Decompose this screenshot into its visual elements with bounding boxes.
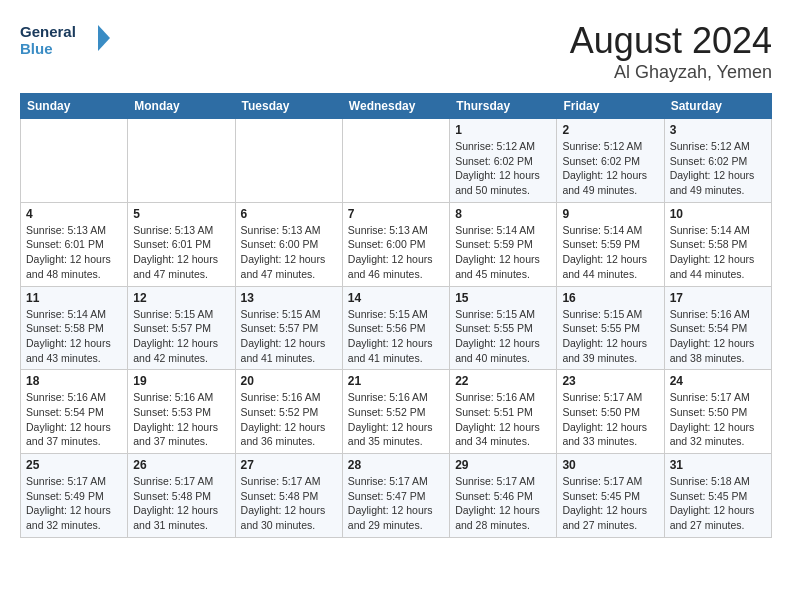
weekday-header-cell: Sunday [21,94,128,119]
day-number: 18 [26,374,122,388]
day-info: Sunrise: 5:14 AM Sunset: 5:58 PM Dayligh… [26,307,122,366]
day-number: 27 [241,458,337,472]
svg-text:General: General [20,23,76,40]
calendar-cell [235,119,342,203]
day-info: Sunrise: 5:12 AM Sunset: 6:02 PM Dayligh… [670,139,766,198]
calendar-cell: 20Sunrise: 5:16 AM Sunset: 5:52 PM Dayli… [235,370,342,454]
day-info: Sunrise: 5:17 AM Sunset: 5:48 PM Dayligh… [241,474,337,533]
calendar-cell: 14Sunrise: 5:15 AM Sunset: 5:56 PM Dayli… [342,286,449,370]
day-number: 14 [348,291,444,305]
calendar-week-row: 11Sunrise: 5:14 AM Sunset: 5:58 PM Dayli… [21,286,772,370]
calendar-cell: 5Sunrise: 5:13 AM Sunset: 6:01 PM Daylig… [128,202,235,286]
day-info: Sunrise: 5:15 AM Sunset: 5:56 PM Dayligh… [348,307,444,366]
day-info: Sunrise: 5:14 AM Sunset: 5:59 PM Dayligh… [455,223,551,282]
calendar-cell [342,119,449,203]
logo: General Blue [20,20,120,60]
calendar-cell: 11Sunrise: 5:14 AM Sunset: 5:58 PM Dayli… [21,286,128,370]
day-number: 29 [455,458,551,472]
calendar-week-row: 18Sunrise: 5:16 AM Sunset: 5:54 PM Dayli… [21,370,772,454]
calendar-week-row: 1Sunrise: 5:12 AM Sunset: 6:02 PM Daylig… [21,119,772,203]
day-info: Sunrise: 5:14 AM Sunset: 5:58 PM Dayligh… [670,223,766,282]
day-number: 15 [455,291,551,305]
day-number: 28 [348,458,444,472]
day-number: 22 [455,374,551,388]
svg-marker-2 [98,25,110,51]
title-block: August 2024 Al Ghayzah, Yemen [570,20,772,83]
calendar-cell: 24Sunrise: 5:17 AM Sunset: 5:50 PM Dayli… [664,370,771,454]
day-number: 2 [562,123,658,137]
day-number: 17 [670,291,766,305]
day-number: 8 [455,207,551,221]
weekday-header-cell: Tuesday [235,94,342,119]
day-info: Sunrise: 5:14 AM Sunset: 5:59 PM Dayligh… [562,223,658,282]
day-info: Sunrise: 5:17 AM Sunset: 5:50 PM Dayligh… [670,390,766,449]
calendar-cell: 3Sunrise: 5:12 AM Sunset: 6:02 PM Daylig… [664,119,771,203]
day-info: Sunrise: 5:16 AM Sunset: 5:52 PM Dayligh… [348,390,444,449]
day-number: 9 [562,207,658,221]
day-number: 12 [133,291,229,305]
day-number: 21 [348,374,444,388]
day-number: 20 [241,374,337,388]
day-number: 1 [455,123,551,137]
calendar-cell: 22Sunrise: 5:16 AM Sunset: 5:51 PM Dayli… [450,370,557,454]
calendar-cell: 30Sunrise: 5:17 AM Sunset: 5:45 PM Dayli… [557,454,664,538]
calendar-cell: 9Sunrise: 5:14 AM Sunset: 5:59 PM Daylig… [557,202,664,286]
calendar-cell: 10Sunrise: 5:14 AM Sunset: 5:58 PM Dayli… [664,202,771,286]
day-number: 31 [670,458,766,472]
day-number: 6 [241,207,337,221]
weekday-header-row: SundayMondayTuesdayWednesdayThursdayFrid… [21,94,772,119]
day-number: 5 [133,207,229,221]
day-number: 26 [133,458,229,472]
calendar-cell: 16Sunrise: 5:15 AM Sunset: 5:55 PM Dayli… [557,286,664,370]
day-info: Sunrise: 5:18 AM Sunset: 5:45 PM Dayligh… [670,474,766,533]
day-info: Sunrise: 5:15 AM Sunset: 5:55 PM Dayligh… [562,307,658,366]
location-title: Al Ghayzah, Yemen [570,62,772,83]
calendar-week-row: 4Sunrise: 5:13 AM Sunset: 6:01 PM Daylig… [21,202,772,286]
day-number: 10 [670,207,766,221]
day-number: 11 [26,291,122,305]
weekday-header-cell: Saturday [664,94,771,119]
weekday-header-cell: Thursday [450,94,557,119]
calendar-cell: 25Sunrise: 5:17 AM Sunset: 5:49 PM Dayli… [21,454,128,538]
logo-svg: General Blue [20,20,120,60]
calendar-cell: 29Sunrise: 5:17 AM Sunset: 5:46 PM Dayli… [450,454,557,538]
weekday-header-cell: Wednesday [342,94,449,119]
day-info: Sunrise: 5:15 AM Sunset: 5:57 PM Dayligh… [133,307,229,366]
day-number: 13 [241,291,337,305]
day-info: Sunrise: 5:16 AM Sunset: 5:54 PM Dayligh… [26,390,122,449]
day-number: 24 [670,374,766,388]
calendar-cell: 13Sunrise: 5:15 AM Sunset: 5:57 PM Dayli… [235,286,342,370]
calendar-body: 1Sunrise: 5:12 AM Sunset: 6:02 PM Daylig… [21,119,772,538]
day-number: 19 [133,374,229,388]
day-number: 30 [562,458,658,472]
calendar-cell: 19Sunrise: 5:16 AM Sunset: 5:53 PM Dayli… [128,370,235,454]
day-info: Sunrise: 5:13 AM Sunset: 6:00 PM Dayligh… [241,223,337,282]
calendar-cell: 28Sunrise: 5:17 AM Sunset: 5:47 PM Dayli… [342,454,449,538]
month-title: August 2024 [570,20,772,62]
calendar-cell: 23Sunrise: 5:17 AM Sunset: 5:50 PM Dayli… [557,370,664,454]
day-info: Sunrise: 5:13 AM Sunset: 6:01 PM Dayligh… [133,223,229,282]
weekday-header-cell: Monday [128,94,235,119]
calendar-cell [21,119,128,203]
calendar-cell: 26Sunrise: 5:17 AM Sunset: 5:48 PM Dayli… [128,454,235,538]
day-info: Sunrise: 5:17 AM Sunset: 5:46 PM Dayligh… [455,474,551,533]
page-header: General Blue August 2024 Al Ghayzah, Yem… [20,20,772,83]
calendar-cell: 4Sunrise: 5:13 AM Sunset: 6:01 PM Daylig… [21,202,128,286]
day-number: 23 [562,374,658,388]
calendar-cell: 21Sunrise: 5:16 AM Sunset: 5:52 PM Dayli… [342,370,449,454]
calendar-cell: 8Sunrise: 5:14 AM Sunset: 5:59 PM Daylig… [450,202,557,286]
calendar-cell [128,119,235,203]
calendar-cell: 12Sunrise: 5:15 AM Sunset: 5:57 PM Dayli… [128,286,235,370]
calendar-cell: 6Sunrise: 5:13 AM Sunset: 6:00 PM Daylig… [235,202,342,286]
calendar-cell: 2Sunrise: 5:12 AM Sunset: 6:02 PM Daylig… [557,119,664,203]
day-info: Sunrise: 5:12 AM Sunset: 6:02 PM Dayligh… [455,139,551,198]
day-number: 25 [26,458,122,472]
day-number: 16 [562,291,658,305]
day-info: Sunrise: 5:13 AM Sunset: 6:00 PM Dayligh… [348,223,444,282]
day-info: Sunrise: 5:16 AM Sunset: 5:52 PM Dayligh… [241,390,337,449]
day-info: Sunrise: 5:16 AM Sunset: 5:53 PM Dayligh… [133,390,229,449]
day-info: Sunrise: 5:16 AM Sunset: 5:51 PM Dayligh… [455,390,551,449]
calendar-cell: 27Sunrise: 5:17 AM Sunset: 5:48 PM Dayli… [235,454,342,538]
calendar-week-row: 25Sunrise: 5:17 AM Sunset: 5:49 PM Dayli… [21,454,772,538]
weekday-header-cell: Friday [557,94,664,119]
